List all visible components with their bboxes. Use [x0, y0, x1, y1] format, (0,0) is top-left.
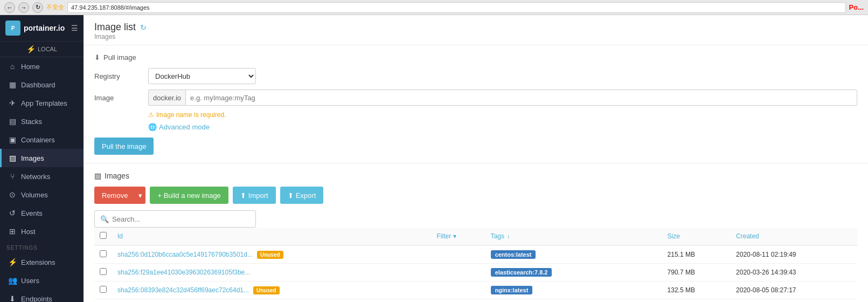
images-icon: ▨ — [8, 154, 17, 162]
sidebar-item-users[interactable]: 👥 Users — [0, 271, 84, 290]
download-icon: ⬇ — [94, 53, 100, 61]
sidebar-item-label: App Templates — [21, 99, 67, 107]
pull-image-button[interactable]: Pull the image — [94, 138, 154, 155]
remove-button-group: Remove ▾ — [94, 187, 145, 204]
sidebar-item-stacks[interactable]: ▤ Stacks — [0, 112, 84, 131]
sidebar-item-app-templates[interactable]: ✈ App Templates — [0, 94, 84, 112]
row-created: 2020-08-11 02:19:49 — [731, 245, 857, 264]
images-list-icon: ▨ — [94, 171, 101, 180]
remove-button[interactable]: Remove — [94, 187, 135, 204]
sidebar-item-volumes[interactable]: ⊙ Volumes — [0, 186, 84, 204]
networks-icon: ⑂ — [8, 172, 17, 181]
row-id[interactable]: sha256:0d120b6ccaa0c5e149176790b3501d...… — [112, 245, 432, 264]
tag-badge: elasticsearch:7.8.2 — [491, 268, 552, 277]
unused-badge: Unused — [257, 251, 283, 259]
sidebar-item-dashboard[interactable]: ▦ Dashboard — [0, 76, 84, 94]
browser-chrome: ← → ↻ 不安全 Po... — [0, 0, 868, 15]
users-icon: 👥 — [8, 276, 17, 285]
row-checkbox[interactable] — [100, 286, 107, 293]
host-icon: ⊞ — [8, 227, 17, 236]
home-icon: ⌂ — [8, 62, 17, 71]
images-table: Id Filter ▾ Tags ↕ Size Created — [94, 228, 857, 302]
tag-badge: nginx:latest — [491, 286, 533, 294]
filter-icon[interactable]: ▾ — [453, 232, 456, 240]
registry-select[interactable]: DockerHub — [148, 68, 256, 84]
sidebar-item-label: Events — [21, 209, 43, 217]
back-button[interactable]: ← — [4, 2, 15, 13]
row-id[interactable]: sha256:08393e824c32d456ff69aec72c64d1...… — [112, 282, 432, 299]
environment-selector[interactable]: ⚡ LOCAL — [0, 42, 84, 57]
volumes-icon: ⊙ — [8, 190, 17, 199]
row-id[interactable]: sha256:62771b0b9b0973a3e8e95595534a12... — [112, 299, 432, 303]
events-icon: ↺ — [8, 209, 17, 217]
pull-image-toggle[interactable]: ⬇ Pull image — [94, 53, 857, 61]
import-button[interactable]: ⬆ Import — [233, 187, 276, 204]
sidebar-item-endpoints[interactable]: ⬇ Endpoints — [0, 290, 84, 302]
created-column-header[interactable]: Created — [731, 228, 857, 245]
dashboard-icon: ▦ — [8, 80, 17, 89]
advanced-mode-link[interactable]: 🌐 Advanced mode — [148, 123, 857, 131]
search-icon: 🔍 — [100, 215, 109, 223]
table-row: sha256:08393e824c32d456ff69aec72c64d1...… — [94, 282, 857, 299]
import-icon: ⬆ — [240, 191, 246, 200]
search-box[interactable]: 🔍 — [94, 210, 256, 228]
sidebar-item-networks[interactable]: ⑂ Networks — [0, 167, 84, 186]
row-checkbox[interactable] — [100, 268, 107, 275]
sidebar-item-images[interactable]: ▨ Images — [0, 149, 84, 167]
sidebar-item-label: Dashboard — [21, 81, 55, 89]
sidebar-logo: P portainer.io ☰ — [0, 15, 84, 42]
logo-icon: P — [5, 20, 20, 36]
images-list-section: ▨ Images Remove ▾ + Build a new image ⬆ … — [84, 163, 868, 302]
refresh-button[interactable]: ↻ — [140, 23, 147, 32]
sidebar-item-extensions[interactable]: ⚡ Extensions — [0, 253, 84, 271]
row-checkbox[interactable] — [100, 250, 107, 257]
table-row: sha256:62771b0b9b0973a3e8e95595534a12...… — [94, 299, 857, 303]
sidebar-item-label: Home — [21, 63, 40, 71]
image-input[interactable] — [185, 90, 857, 106]
registry-row: Registry DockerHub — [94, 68, 857, 84]
image-warning: ⚠ Image name is required. — [148, 111, 857, 119]
sidebar-item-events[interactable]: ↺ Events — [0, 204, 84, 222]
close-tab-button[interactable]: Po... — [849, 3, 864, 11]
table-row: sha256:0d120b6ccaa0c5e149176790b3501d...… — [94, 245, 857, 264]
sidebar-item-label: Host — [21, 228, 36, 236]
images-section-label: Images — [105, 171, 129, 180]
env-status-icon: ⚡ — [26, 45, 36, 53]
sidebar-item-home[interactable]: ⌂ Home — [0, 57, 84, 76]
url-bar[interactable] — [67, 2, 846, 13]
tags-sort-icon: ↕ — [507, 234, 510, 239]
sidebar-item-label: Containers — [21, 136, 55, 144]
image-input-group: docker.io — [148, 90, 857, 106]
tag-badge: centos:latest — [491, 250, 536, 259]
remove-dropdown-button[interactable]: ▾ — [135, 187, 145, 204]
row-created: 2020-07-23 06:47:49 — [731, 299, 857, 303]
sidebar-item-label: Images — [21, 154, 44, 162]
sidebar-toggle-button[interactable]: ☰ — [71, 24, 78, 32]
tags-column-header[interactable]: Tags ↕ — [485, 228, 662, 245]
image-row: Image docker.io — [94, 90, 857, 106]
build-image-button[interactable]: + Build a new image — [150, 187, 228, 204]
select-all-checkbox[interactable] — [100, 232, 107, 239]
reload-button[interactable]: ↻ — [32, 2, 43, 13]
search-input[interactable] — [112, 215, 250, 223]
row-size: 790.7 MB — [662, 264, 731, 282]
page-title: Image list ↻ — [94, 22, 857, 33]
images-section-header: ▨ Images — [94, 171, 857, 180]
row-tags: portainer/portainer:latest — [485, 299, 662, 303]
action-bar: Remove ▾ + Build a new image ⬆ Import ⬆ … — [94, 187, 857, 204]
sidebar-item-host[interactable]: ⊞ Host — [0, 222, 84, 241]
size-column-header[interactable]: Size — [662, 228, 731, 245]
sidebar-item-label: Extensions — [21, 258, 55, 266]
sidebar: P portainer.io ☰ ⚡ LOCAL ⌂ Home ▦ Dashbo… — [0, 15, 84, 302]
id-column-header[interactable]: Id — [112, 228, 432, 245]
env-label: LOCAL — [38, 46, 57, 52]
sidebar-item-containers[interactable]: ▣ Containers — [0, 131, 84, 149]
filter-label: Filter — [437, 232, 452, 240]
export-button[interactable]: ⬆ Export — [280, 187, 324, 204]
row-id[interactable]: sha256:f29a1ee41030e3963026369105f3be... — [112, 264, 432, 282]
warning-icon: ⚠ — [148, 111, 154, 119]
forward-button[interactable]: → — [18, 2, 29, 13]
pull-image-section: ⬇ Pull image Registry DockerHub Image do… — [84, 45, 868, 163]
registry-label: Registry — [94, 72, 148, 80]
security-warning: 不安全 — [46, 3, 64, 11]
